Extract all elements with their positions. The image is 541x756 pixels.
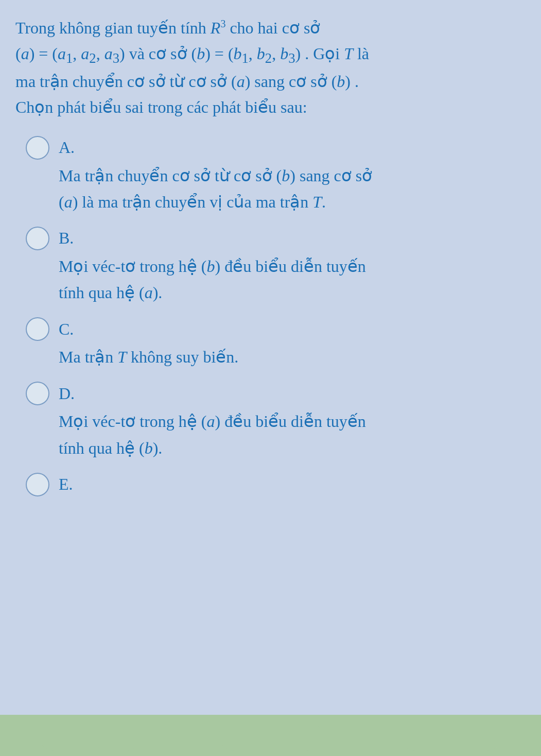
option-d-content: Mọi véc-tơ trong hệ (a) đều biểu diễn tu…: [26, 408, 526, 461]
option-c: C. Ma trận T không suy biến.: [26, 317, 526, 376]
option-b-header: B.: [26, 227, 526, 250]
options-container: A. Ma trận chuyển cơ sở từ cơ sở (b) san…: [15, 136, 526, 505]
option-a: A. Ma trận chuyển cơ sở từ cơ sở (b) san…: [26, 136, 526, 221]
bottom-btn-1[interactable]: [39, 720, 142, 751]
radio-a[interactable]: [26, 136, 49, 160]
question-intro: Trong không gian tuyến tính R3 cho hai c…: [15, 19, 369, 116]
radio-e[interactable]: [26, 473, 49, 496]
option-a-header: A.: [26, 136, 526, 160]
bottom-btn-3[interactable]: [399, 720, 502, 751]
option-e: E.: [26, 473, 526, 500]
option-b: B. Mọi véc-tơ trong hệ (b) đều biểu diễn…: [26, 227, 526, 312]
option-b-content: Mọi véc-tơ trong hệ (b) đều biểu diễn tu…: [26, 253, 526, 306]
bottom-btn-2[interactable]: [219, 720, 322, 751]
option-c-label: C.: [59, 320, 74, 339]
option-e-label: E.: [59, 475, 73, 494]
option-a-label: A.: [59, 138, 75, 157]
option-d-header: D.: [26, 382, 526, 405]
radio-c[interactable]: [26, 317, 49, 341]
radio-d[interactable]: [26, 382, 49, 405]
option-a-content: Ma trận chuyển cơ sở từ cơ sở (b) sang c…: [26, 163, 526, 215]
question-text: Trong không gian tuyến tính R3 cho hai c…: [15, 15, 526, 121]
option-d: D. Mọi véc-tơ trong hệ (a) đều biểu diễn…: [26, 382, 526, 467]
option-c-header: C.: [26, 317, 526, 341]
bottom-bar: [0, 715, 541, 756]
option-d-label: D.: [59, 384, 75, 403]
option-e-header: E.: [26, 473, 526, 496]
option-b-label: B.: [59, 229, 74, 248]
radio-b[interactable]: [26, 227, 49, 250]
main-container: Trong không gian tuyến tính R3 cho hai c…: [0, 0, 541, 756]
option-c-content: Ma trận T không suy biến.: [26, 344, 526, 370]
